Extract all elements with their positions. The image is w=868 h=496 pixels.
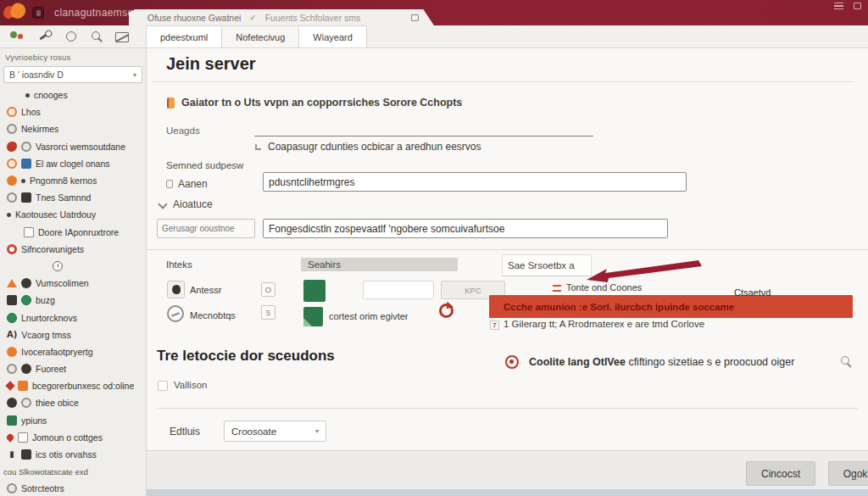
sidebar-item[interactable]: thiee obice [0,394,146,411]
sidebar-item-label: Pngomn8 kernos [30,176,97,186]
dark-fill-icon [21,364,31,374]
document-tab[interactable]: Ofuse rhuoxne Gwatnei ✓ Fuuents Schfolav… [129,9,434,25]
panel-layout-icon[interactable] [115,32,129,42]
sidebar-item[interactable]: buzg [0,292,146,309]
refresh-icon[interactable] [439,304,453,318]
sidebar-item[interactable]: Fuoreet [0,360,146,377]
diamond-red-icon [5,382,14,391]
ok-button[interactable]: Ogokit [828,461,868,486]
sidebar-item[interactable]: Sifncorwunigets [0,241,146,258]
check-icon: ✓ [249,13,256,22]
row2-label: Mecnobtqs [190,310,236,320]
name-input[interactable] [263,172,687,192]
section-note-highlight: Coolite lang OtlVee [529,356,626,368]
connection-icon[interactable] [10,31,17,38]
row1-checkbox[interactable]: O [261,282,275,297]
dark-sq-icon [21,449,31,460]
divider [158,408,858,409]
orange-sq-icon [18,381,28,391]
sidebar-item[interactable]: ypiuns [0,412,146,429]
toolbar-tab-1[interactable]: pdeestxuml [146,25,222,48]
toolbar-tab-2[interactable]: Nofetecivug [222,25,299,48]
sidebar-item[interactable]: Vasrorci wemsoutdane [0,138,146,155]
document-tab-sublabel: Fuuents Schfolaver sms [265,13,361,23]
sidebar-schema-select-value: B ' ioasndiv D [9,70,64,80]
sidebar-item[interactable]: Kaotousec Uatrdouy [0,206,146,223]
red-ring-icon [7,244,17,254]
caret-down-icon: ▾ [315,427,319,435]
search-icon[interactable] [92,31,100,40]
item-thumbnail-icon [167,281,185,298]
sidebar-schema-select[interactable]: B ' ioasndiv D ▾ [3,66,142,83]
mode-select[interactable]: Croosoate ▾ [224,421,326,442]
row1-unit-label: KPC [465,286,481,295]
sidebar-item[interactable]: Tnes Samnnd [0,189,146,206]
list-dots-icon [553,285,561,292]
usages-note: Coapasugr cdunties ocbicar a aredhun ees… [268,141,481,153]
zoom-icon[interactable] [841,356,849,365]
row1-checkbox-glyph: O [265,285,271,294]
sidebar-item-label: ics otis orvahss [36,449,97,460]
page-title: Jein server [166,54,256,74]
cancel-button[interactable]: Cincocst [746,461,815,486]
wrench-icon[interactable] [39,32,49,41]
sidebar-item-list: cnoogesLhosNekirmesVasrorci wemsoutdaneE… [0,86,146,496]
outline-sq-icon [24,227,34,237]
address-input[interactable] [263,219,668,238]
group-label: Semned sudpesw [166,160,243,170]
red-fill-icon [7,142,17,152]
sidebar-item[interactable]: Pngomn8 kernos [0,172,146,189]
sidebar-item[interactable]: Vumscolimen [0,275,146,292]
sidebar-item-label: cnooges [34,90,68,100]
sidebar-item[interactable]: ▮ics otis orvahss [0,446,146,463]
dark-fill-icon [21,278,31,288]
sidebar-item[interactable]: cou Slkowotatscate exd [0,463,146,480]
gray-ring-icon [7,483,17,493]
blue-sq-icon [21,159,31,169]
sidebar-item-label: Sifncorwunigets [21,244,84,254]
sidebar-item[interactable]: cnooges [0,86,146,103]
green-fill-icon [7,313,17,323]
sidebar-item[interactable]: Nekirmes [0,120,146,137]
menu-icon[interactable] [834,3,843,9]
banner-footnote: 1 Gilerarg tt; A Rrodmaterex e are tmd C… [504,319,704,329]
sidebar-item[interactable]: Lhos [0,103,146,120]
prefix-input[interactable] [157,219,255,238]
row2-stepper[interactable]: 5 [261,305,275,320]
sidebar-item[interactable]: Doore IAponruxtrore [0,224,146,241]
toolbar-tabs: pdeestxumlNofetecivugWiayeard [146,25,367,48]
row1-label: Antessr [190,285,221,295]
sidebar-item[interactable]: bcegorerbunxesc od:oline [0,377,146,394]
sidebar-item[interactable]: A)Vcaorg tmss [0,326,146,343]
column-header-items: Ihteks [166,259,192,270]
refresh-circle-icon[interactable] [66,31,76,42]
sidebar-item[interactable]: Sotrcteotrs [0,480,146,496]
orange-ring-icon [7,107,17,117]
sidebar-item[interactable]: Lnurtorcknovs [0,309,146,326]
option-checkbox[interactable] [158,381,168,391]
toolbar-tab-3[interactable]: Wiayeard [299,25,366,48]
sidebar-item-label: Jomoun o cottges [32,432,103,443]
orange-fill-icon [7,347,17,357]
edit-label: Edtluis [170,426,200,437]
restore-icon[interactable] [854,3,861,9]
sidebar-item[interactable]: El aw clogel onans [0,155,146,172]
column-header-select-box[interactable]: Sae Srsoetbx a [502,254,592,276]
gray-ring-icon [21,398,31,408]
gray-ring-icon [7,124,17,134]
sidebar-item[interactable]: Ivocerafaotpryertg [0,343,146,360]
orange-ring-icon [7,159,17,169]
chevron-down-icon[interactable] [158,199,167,209]
sidebar-item-label: Lhos [21,107,41,117]
row1-value-input[interactable] [363,281,434,299]
green-fill-icon [21,295,31,305]
document-tab-label: Ofuse rhuoxne Gwatnei [147,13,241,23]
intro-text: Gaiator tn o Uts vvpn an copporrsiches S… [181,97,462,109]
app-icon [32,7,44,19]
sidebar-item[interactable] [0,258,146,275]
sidebar-item[interactable]: Jomoun o cottges [0,429,146,446]
tab-corner-icon[interactable] [411,14,419,21]
outline-sq-icon [18,432,28,443]
name-label: Aanen [178,178,208,190]
sidebar-item-label: Nekirmes [21,124,58,134]
